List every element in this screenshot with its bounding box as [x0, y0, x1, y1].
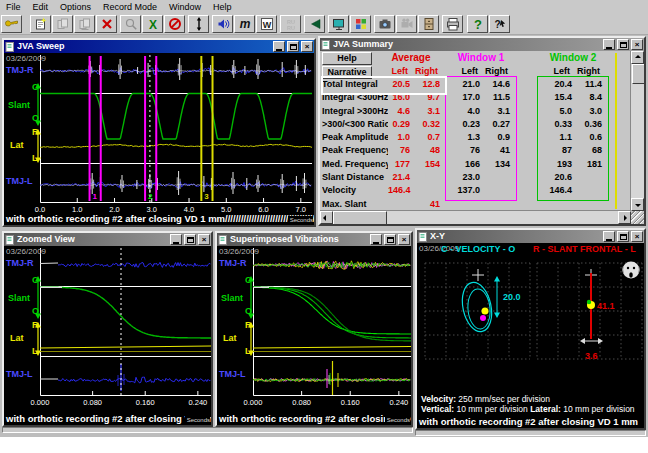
export-excel-button[interactable]: X — [142, 15, 163, 33]
resize-grip[interactable] — [631, 211, 644, 224]
menu-edit[interactable]: Edit — [27, 2, 55, 12]
summary-cell: 154 — [414, 158, 444, 171]
summary-cell: Slant Distance — [322, 171, 388, 184]
new-exam-button[interactable] — [30, 15, 51, 33]
summary-row-9[interactable]: Max. Slant41 — [322, 198, 630, 211]
vertical-scrollbar[interactable] — [630, 51, 644, 211]
menu-record-mode[interactable]: Record Mode — [97, 2, 163, 12]
summary-row-0[interactable]: Total Integral20.512.821.014.620.411.4 — [322, 78, 630, 91]
summary-cell: 21.4 — [388, 171, 414, 184]
measure-m-button[interactable]: m — [234, 15, 255, 33]
summary-row-4[interactable]: Peak Amplitude1.00.71.30.91.10.6 — [322, 131, 630, 144]
summary-cell — [484, 171, 514, 184]
vertical-scale-label: Vertical: — [421, 404, 454, 414]
color-palette-icon — [354, 17, 368, 31]
color-palette-button[interactable] — [350, 15, 371, 33]
summary-cell: 9.7 — [414, 91, 444, 104]
channel-label-l: L — [32, 153, 38, 163]
maximize-button[interactable] — [287, 41, 299, 52]
summary-row-2[interactable]: Integral >300Hz4.63.14.03.15.03.0 — [322, 105, 630, 118]
sub-header-row: Left Right Left Right Left Right — [322, 65, 630, 77]
minimize-button[interactable] — [603, 231, 615, 242]
summary-cell: 3.1 — [484, 105, 514, 118]
duplicate-button[interactable] — [74, 15, 95, 33]
maximize-button[interactable] — [617, 39, 629, 50]
titlebar-xy[interactable]: X-Y × — [417, 230, 644, 243]
summary-table-area: Help Narrative Average Window 1 Window 2… — [320, 51, 644, 224]
ru-mode-button[interactable]: RURU — [280, 15, 301, 33]
bottom-scrollbar-strip-left[interactable] — [2, 427, 413, 433]
summary-row-6[interactable]: Med. Frequency177154166134193181 — [322, 158, 630, 171]
document-icon — [5, 42, 15, 52]
back-navigate-button[interactable] — [304, 15, 325, 33]
print-button[interactable] — [442, 15, 463, 33]
slant-vertical-measure-value: 41.1 — [597, 301, 615, 311]
minimize-button[interactable] — [370, 234, 382, 245]
minimize-button[interactable] — [170, 234, 182, 245]
svg-text:W: W — [262, 19, 271, 29]
sound-button[interactable] — [212, 15, 233, 33]
maximize-button[interactable] — [617, 231, 629, 242]
document-icon — [321, 40, 331, 50]
copy-button[interactable] — [52, 15, 73, 33]
sweep-marker-label: 2 — [148, 192, 153, 201]
summary-cell — [576, 171, 606, 184]
channel-label-r: R — [32, 127, 39, 137]
word-export-button[interactable]: W — [256, 15, 277, 33]
bottom-scrollbar-strip-right[interactable] — [415, 430, 646, 436]
svg-text:m: m — [239, 17, 250, 31]
horizontal-scrollbar[interactable] — [320, 210, 631, 224]
titlebar-jva-summary[interactable]: JVA Summary × — [320, 38, 644, 51]
channel-label-c: C — [32, 82, 39, 92]
camera-snapshot-button[interactable] — [374, 15, 395, 33]
summary-row-7[interactable]: Slant Distance21.423.020.6 — [322, 171, 630, 184]
minimize-button[interactable] — [273, 41, 285, 52]
menu-bar: FileEditOptionsRecord ModeWindowHelp — [0, 0, 648, 13]
close-icon[interactable]: × — [198, 234, 210, 245]
maximize-button[interactable] — [384, 234, 396, 245]
summary-row-5[interactable]: Peak Frequency764876418768 — [322, 144, 630, 157]
video-record-button[interactable] — [396, 15, 417, 33]
context-help-icon: ? — [493, 17, 507, 31]
monitor-view-button[interactable] — [328, 15, 349, 33]
vertical-scale-button[interactable] — [188, 15, 209, 33]
new-exam-icon — [34, 17, 48, 31]
close-icon[interactable]: × — [631, 39, 643, 50]
axis-tick: 0.160 — [134, 398, 156, 407]
scroll-thumb[interactable] — [632, 64, 644, 84]
seconds-unit-label: Seconds — [385, 416, 410, 424]
menu-options[interactable]: Options — [54, 2, 97, 12]
menu-window[interactable]: Window — [163, 2, 207, 12]
channel-label-lat: Lat — [10, 140, 24, 150]
summary-row-8[interactable]: Velocity146.4137.0146.4 — [322, 184, 630, 197]
titlebar-jva-sweep[interactable]: JVA Sweep × — [4, 40, 314, 53]
date-label: 03/26/2009 — [6, 54, 46, 63]
close-icon[interactable]: × — [631, 231, 643, 242]
summary-row-1[interactable]: Integral <300Hz16.09.717.011.515.48.4 — [322, 91, 630, 104]
channel-label-o: O — [32, 306, 39, 316]
close-icon[interactable]: × — [398, 234, 410, 245]
menu-help[interactable]: Help — [207, 2, 238, 12]
titlebar-zoomed-view[interactable]: Zoomed View × — [4, 233, 211, 246]
summary-cell: 3.1 — [414, 105, 444, 118]
minimize-button[interactable] — [603, 39, 615, 50]
scroll-thumb[interactable] — [333, 211, 387, 224]
context-help-button[interactable]: ? — [489, 15, 510, 33]
copy-icon — [56, 17, 70, 31]
close-icon[interactable]: × — [301, 41, 313, 52]
help-button[interactable]: ? — [467, 15, 488, 33]
summary-cell: Integral >300Hz — [322, 105, 388, 118]
menu-file[interactable]: File — [0, 2, 27, 12]
stop-button[interactable] — [164, 15, 185, 33]
record-key-button[interactable] — [1, 15, 22, 33]
summary-cell: Total Integral — [322, 78, 388, 91]
maximize-button[interactable] — [184, 234, 196, 245]
titlebar-superimposed[interactable]: Superimposed Vibrations × — [217, 233, 411, 246]
summary-cell — [450, 198, 484, 211]
zoom-button[interactable] — [120, 15, 141, 33]
delete-button[interactable] — [96, 15, 117, 33]
summary-cell: 3.0 — [576, 105, 606, 118]
summary-row-3[interactable]: >300/<300 Ratio0.290.320.230.270.330.36 — [322, 118, 630, 131]
archive-cabinet-button[interactable] — [418, 15, 439, 33]
help-button[interactable]: Help — [322, 52, 372, 65]
